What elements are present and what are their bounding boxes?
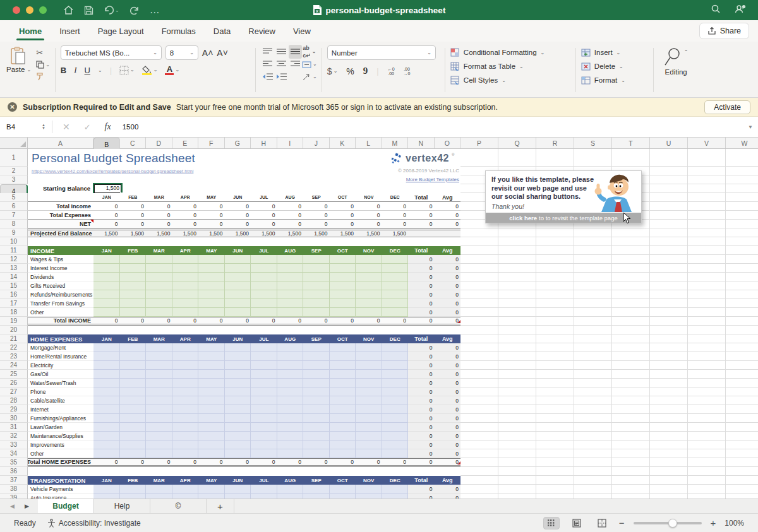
entry-cell[interactable] [382,485,409,494]
cell[interactable] [498,343,536,352]
month-header[interactable]: SEP [303,193,330,202]
cell[interactable] [726,379,758,387]
entry-cell[interactable] [251,379,277,387]
entry-cell[interactable] [198,361,225,370]
cell[interactable] [726,476,758,485]
entry-cell[interactable] [356,396,382,405]
entry-cell[interactable] [198,423,225,432]
entry-cell[interactable] [382,379,409,387]
activate-button[interactable]: Activate [704,100,750,114]
month-header[interactable]: MAR [146,193,172,202]
cell[interactable] [536,396,574,405]
cell[interactable] [612,458,650,467]
cell[interactable] [726,193,758,202]
cell[interactable] [498,237,536,246]
entry-cell[interactable] [277,449,304,458]
value-cell[interactable]: 0 [408,317,435,326]
value-cell[interactable]: 0 [382,317,409,326]
entry-cell[interactable] [93,308,120,317]
avg-header[interactable]: Avg [435,476,461,485]
entry-cell[interactable] [356,485,382,494]
item-label[interactable]: Other [28,449,93,458]
month-header[interactable]: AUG [277,246,304,255]
value-cell[interactable]: 0 [120,317,147,326]
cell[interactable] [688,149,726,167]
value-cell[interactable]: 1,500 [172,228,199,237]
entry-cell[interactable] [330,379,356,387]
month-header[interactable]: MAR [146,334,172,343]
month-header[interactable]: JUL [251,334,277,343]
cell[interactable] [574,405,612,414]
value-cell[interactable]: 0 [120,220,147,228]
entry-cell[interactable] [277,308,304,317]
promo-click-here-bar[interactable]: click here to to revisit the template pa… [486,213,641,223]
cell[interactable] [460,149,498,167]
cell[interactable] [612,273,650,281]
format-as-table-button[interactable]: Format as Table⌄ [450,59,570,73]
entry-cell[interactable] [225,387,251,396]
cell[interactable] [460,485,498,494]
cell[interactable] [688,449,726,458]
cell[interactable] [574,255,612,264]
cell[interactable] [498,352,536,361]
month-header[interactable]: MAY [198,476,225,485]
cell[interactable] [650,467,688,476]
value-cell[interactable]: 1,500 [382,228,409,237]
row-header-32[interactable]: 32 [0,432,28,440]
cell[interactable] [688,202,726,211]
summary-label[interactable]: Total Expenses [28,211,93,220]
value-cell[interactable]: 0 [120,211,147,220]
cell[interactable] [650,264,688,273]
cell[interactable] [612,237,650,246]
cell[interactable] [726,202,758,211]
cell[interactable] [408,228,435,237]
entry-cell[interactable] [330,299,356,308]
entry-cell[interactable] [146,290,172,299]
entry-cell[interactable] [120,440,147,449]
cell[interactable] [612,228,650,237]
entry-cell[interactable] [146,387,172,396]
section-total-label[interactable]: Total INCOME [28,317,93,326]
entry-cell[interactable] [330,290,356,299]
entry-cell[interactable] [330,423,356,432]
row-header-9[interactable]: 9 [0,228,28,237]
cell[interactable] [612,405,650,414]
entry-cell[interactable] [172,255,199,264]
value-cell[interactable]: 0 [198,220,225,228]
column-header-R[interactable]: R [536,138,574,148]
entry-cell[interactable] [225,432,251,440]
avg-cell[interactable]: 0 [435,458,461,467]
entry-cell[interactable] [277,290,304,299]
cell[interactable] [688,352,726,361]
cell[interactable] [650,281,688,290]
month-header[interactable]: FEB [120,476,147,485]
value-cell[interactable]: 0 [146,211,172,220]
conditional-formatting-button[interactable]: Conditional Formatting⌄ [450,45,570,59]
entry-cell[interactable] [93,405,120,414]
avg-cell[interactable]: 0 [435,273,461,281]
cell[interactable] [536,246,574,255]
column-header-W[interactable]: W [726,138,758,148]
month-header[interactable]: APR [172,476,199,485]
cell[interactable] [536,273,574,281]
cell[interactable] [726,387,758,396]
cell[interactable] [498,370,536,379]
entry-cell[interactable] [172,370,199,379]
cell[interactable] [612,246,650,255]
cell[interactable] [688,281,726,290]
avg-cell[interactable]: 0 [435,414,461,423]
cell[interactable] [650,396,688,405]
value-cell[interactable]: 0 [93,202,120,211]
item-label[interactable]: Cable/Satellite [28,396,93,405]
ribbon-tab-view[interactable]: View [284,20,320,42]
cell[interactable] [574,334,612,343]
value-cell[interactable]: 0 [225,317,251,326]
entry-cell[interactable] [303,494,330,499]
item-label[interactable]: Interest Income [28,264,93,273]
cell[interactable] [612,290,650,299]
cell[interactable] [726,405,758,414]
cell[interactable] [574,361,612,370]
entry-cell[interactable] [120,432,147,440]
total-cell[interactable]: 0 [408,343,435,352]
avg-cell[interactable]: 0 [435,449,461,458]
